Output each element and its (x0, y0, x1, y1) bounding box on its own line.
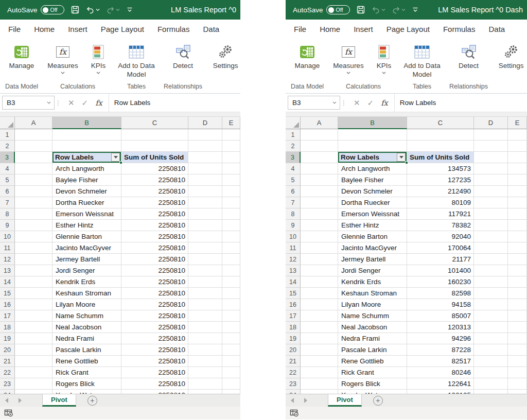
sheet-tab-pivot[interactable]: Pivot (328, 394, 362, 407)
cell-D4[interactable] (474, 163, 508, 174)
cell-B24[interactable]: Xander Wat (52, 390, 121, 394)
add-to-data-model-button[interactable]: Add to Data Model (114, 42, 159, 79)
cell-E19[interactable] (222, 333, 240, 344)
row-header-11[interactable]: 11 (0, 242, 15, 254)
cell-C11[interactable]: 2250810 (121, 242, 188, 254)
settings-button[interactable]: Settings (493, 42, 527, 71)
row-header-23[interactable]: 23 (0, 378, 15, 390)
cell-E12[interactable] (508, 254, 527, 265)
row-header-12[interactable]: 12 (0, 254, 15, 265)
row-header-7[interactable]: 7 (286, 197, 301, 208)
cell-D8[interactable] (188, 208, 222, 220)
row-header-19[interactable]: 19 (286, 333, 301, 344)
cell-D15[interactable] (188, 288, 222, 299)
cell-D9[interactable] (188, 220, 222, 231)
cell-E23[interactable] (222, 378, 240, 390)
cell-C3[interactable]: Sum of Units Sold (121, 152, 188, 163)
cell-C23[interactable]: 122641 (407, 378, 474, 390)
cell-B14[interactable]: Kendrik Erds (52, 276, 121, 288)
formula-input[interactable]: Row Labels (109, 94, 240, 112)
manage-button[interactable]: Manage (2, 42, 41, 71)
cell-A1[interactable] (15, 129, 52, 141)
cell-A5[interactable] (301, 174, 338, 186)
tab-formulas[interactable]: Formulas (157, 25, 190, 33)
cell-A19[interactable] (15, 333, 52, 344)
cell-A7[interactable] (15, 197, 52, 208)
row-header-20[interactable]: 20 (0, 344, 15, 356)
cell-C15[interactable]: 2250810 (121, 288, 188, 299)
cell-D5[interactable] (474, 174, 508, 186)
cell-E19[interactable] (508, 333, 527, 344)
cell-A3[interactable] (301, 152, 338, 163)
row-header-6[interactable]: 6 (0, 186, 15, 197)
confirm-entry-icon[interactable]: ✓ (82, 98, 89, 108)
cell-C8[interactable]: 2250810 (121, 208, 188, 220)
cell-D12[interactable] (474, 254, 508, 265)
cell-E22[interactable] (508, 367, 527, 378)
cell-E15[interactable] (222, 288, 240, 299)
cell-D19[interactable] (188, 333, 222, 344)
row-header-14[interactable]: 14 (0, 276, 15, 288)
cell-D22[interactable] (474, 367, 508, 378)
row-header-13[interactable]: 13 (0, 265, 15, 276)
cell-D4[interactable] (188, 163, 222, 174)
cell-B9[interactable]: Esther Hintz (52, 220, 121, 231)
row-header-14[interactable]: 14 (286, 276, 301, 288)
autosave-pill[interactable]: Off (326, 5, 350, 14)
prev-sheet-button[interactable] (286, 394, 299, 407)
cell-B6[interactable]: Devon Schmeler (52, 186, 121, 197)
row-header-3[interactable]: 3 (0, 152, 15, 163)
cell-D9[interactable] (474, 220, 508, 231)
cell-A8[interactable] (301, 208, 338, 220)
cell-A11[interactable] (15, 242, 52, 254)
cell-C7[interactable]: 2250810 (121, 197, 188, 208)
cell-A10[interactable] (15, 231, 52, 242)
cell-B13[interactable]: Jordi Senger (338, 265, 407, 276)
cell-E1[interactable] (508, 129, 527, 141)
cell-D11[interactable] (474, 242, 508, 254)
cell-E21[interactable] (508, 356, 527, 367)
cell-B23[interactable]: Rogers Blick (52, 378, 121, 390)
fill-handle[interactable] (119, 161, 122, 164)
tab-home[interactable]: Home (34, 25, 55, 33)
cell-C16[interactable]: 2250810 (121, 299, 188, 310)
column-header-c[interactable]: C (121, 117, 188, 129)
cell-E20[interactable] (222, 344, 240, 356)
cell-C16[interactable]: 94158 (407, 299, 474, 310)
cell-C14[interactable]: 160230 (407, 276, 474, 288)
cell-B18[interactable]: Neal Jacobson (338, 322, 407, 333)
cell-A23[interactable] (301, 378, 338, 390)
redo-button[interactable] (392, 6, 406, 14)
cell-D19[interactable] (474, 333, 508, 344)
prev-sheet-button[interactable] (0, 394, 13, 407)
cell-E12[interactable] (222, 254, 240, 265)
cell-E7[interactable] (222, 197, 240, 208)
filter-dropdown-button[interactable] (111, 153, 120, 162)
cell-C13[interactable]: 2250810 (121, 265, 188, 276)
cell-A14[interactable] (15, 276, 52, 288)
cell-B23[interactable]: Rogers Blick (338, 378, 407, 390)
cell-C22[interactable]: 80246 (407, 367, 474, 378)
cell-E24[interactable] (222, 390, 240, 394)
cell-D8[interactable] (474, 208, 508, 220)
cell-A1[interactable] (301, 129, 338, 141)
cell-B4[interactable]: Arch Langworth (338, 163, 407, 174)
row-header-8[interactable]: 8 (0, 208, 15, 220)
cell-A3[interactable] (15, 152, 52, 163)
cell-A19[interactable] (301, 333, 338, 344)
tab-file[interactable]: File (294, 25, 306, 33)
cell-A5[interactable] (15, 174, 52, 186)
cell-A9[interactable] (301, 220, 338, 231)
cell-C5[interactable]: 127235 (407, 174, 474, 186)
row-header-23[interactable]: 23 (286, 378, 301, 390)
sheet-tab-pivot[interactable]: Pivot (42, 394, 76, 407)
row-header-2[interactable]: 2 (0, 141, 15, 152)
row-header-22[interactable]: 22 (286, 367, 301, 378)
cell-C13[interactable]: 101400 (407, 265, 474, 276)
cell-B8[interactable]: Emerson Weissnat (338, 208, 407, 220)
cell-D5[interactable] (188, 174, 222, 186)
cell-D14[interactable] (188, 276, 222, 288)
cell-E3[interactable] (222, 152, 240, 163)
row-header-18[interactable]: 18 (0, 322, 15, 333)
redo-button[interactable] (106, 6, 120, 14)
